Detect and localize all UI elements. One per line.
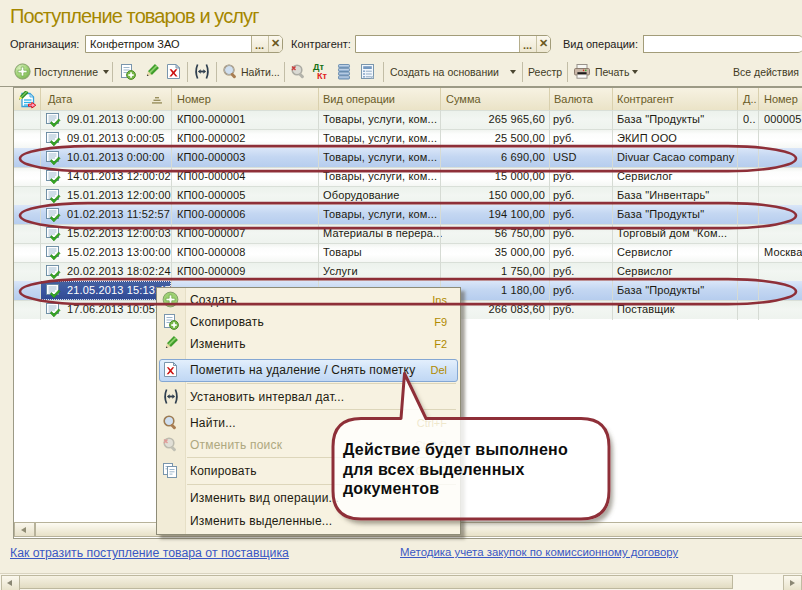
- svg-text:Кт: Кт: [317, 71, 327, 81]
